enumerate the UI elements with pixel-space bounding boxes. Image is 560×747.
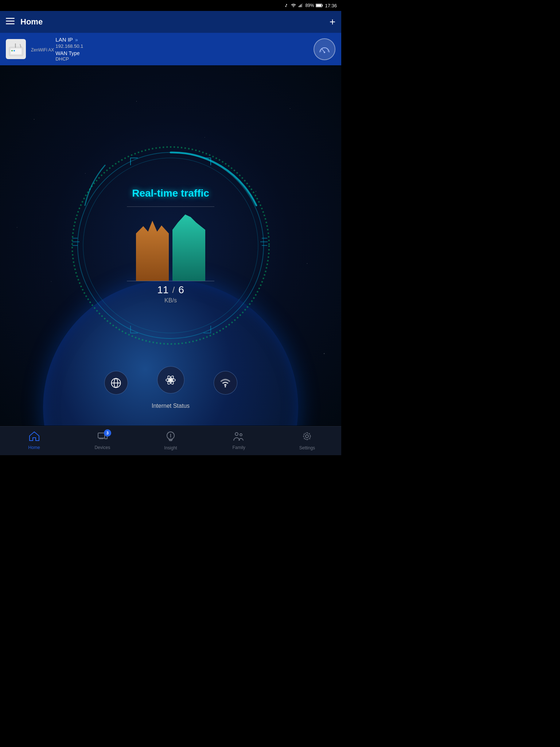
wifi-button[interactable] (214, 371, 237, 395)
hamburger-menu[interactable] (6, 17, 15, 27)
svg-point-17 (324, 51, 325, 53)
main-content: Real-time traffic (0, 65, 341, 426)
wan-type-value: DHCP (55, 56, 310, 62)
nav-item-devices[interactable]: 3 Devices (68, 426, 136, 455)
svg-point-39 (225, 386, 226, 387)
speedtest-button[interactable] (314, 38, 335, 60)
family-label: Family (233, 445, 245, 450)
upload-bar (134, 212, 171, 281)
traffic-unit: KB/s (164, 297, 177, 304)
svg-point-46 (170, 437, 171, 438)
download-bar (171, 212, 207, 281)
svg-rect-2 (301, 4, 302, 7)
status-circles (0, 369, 341, 396)
page-title: Home (20, 17, 330, 27)
svg-rect-5 (322, 5, 323, 6)
svg-point-14 (11, 50, 13, 51)
traffic-divider: / (172, 285, 175, 295)
svg-rect-1 (300, 5, 301, 7)
battery-icon (316, 3, 323, 8)
devices-badge: 3 (104, 429, 111, 437)
lan-ip-chevron: » (75, 37, 78, 43)
svg-marker-31 (172, 214, 205, 281)
nav-item-insight[interactable]: Insight (136, 426, 205, 455)
svg-point-35 (169, 379, 172, 382)
svg-rect-3 (302, 3, 303, 7)
hud-container: Real-time traffic (65, 140, 276, 351)
device-info: LAN IP » 192.168.50.1 WAN Type DHCP (55, 36, 310, 62)
nav-item-settings[interactable]: Settings (273, 426, 341, 455)
devices-label: Devices (94, 445, 110, 450)
home-icon (29, 431, 39, 443)
upload-value: 11 (157, 284, 168, 296)
nav-item-family[interactable]: Family (205, 426, 273, 455)
router-status-button[interactable] (157, 366, 184, 394)
device-name: ZenWiFi AX (31, 47, 54, 53)
add-button[interactable]: + (330, 16, 335, 28)
internet-button[interactable] (104, 371, 128, 395)
bottom-nav: Home 3 Devices Insight (0, 426, 341, 455)
lan-ip-label: LAN IP (55, 36, 73, 43)
device-icon (6, 39, 26, 59)
status-icons: 89% 17:36 (284, 3, 337, 8)
insight-label: Insight (164, 445, 177, 450)
svg-rect-44 (170, 440, 172, 441)
svg-rect-6 (316, 4, 322, 7)
bluetooth-icon (284, 3, 289, 8)
download-value: 6 (178, 284, 184, 296)
settings-label: Settings (299, 445, 315, 450)
home-label: Home (28, 445, 40, 450)
nav-item-home[interactable]: Home (0, 426, 68, 455)
chart-area: Real-time traffic (120, 180, 222, 311)
chart-top-line (127, 206, 214, 207)
time-display: 17:36 (325, 3, 337, 8)
globe-icon (110, 378, 121, 388)
svg-rect-11 (11, 49, 22, 54)
svg-point-15 (13, 50, 15, 51)
svg-rect-8 (6, 21, 15, 22)
status-bar: 89% 17:36 (0, 0, 341, 11)
atom-icon (164, 374, 177, 386)
signal-icon (298, 3, 303, 8)
battery-level: 89% (305, 3, 314, 8)
family-icon (233, 431, 245, 443)
svg-rect-12 (15, 43, 16, 48)
svg-rect-7 (6, 18, 15, 19)
svg-point-48 (240, 434, 242, 436)
wifi-icon (291, 3, 296, 8)
router-image (7, 40, 25, 58)
nav-bar: Home + (0, 11, 341, 33)
traffic-chart (127, 208, 214, 281)
speedometer-icon (318, 44, 331, 54)
traffic-title: Real-time traffic (132, 187, 209, 199)
wifi-status-icon (220, 378, 231, 388)
device-bar: ZenWiFi AX LAN IP » 192.168.50.1 WAN Typ… (0, 33, 341, 65)
traffic-values: 11 / 6 (157, 284, 184, 296)
svg-rect-9 (6, 23, 15, 24)
svg-marker-30 (136, 221, 169, 281)
svg-rect-0 (299, 6, 300, 7)
settings-icon (302, 431, 312, 444)
wan-type-label: WAN Type (55, 50, 310, 56)
svg-point-47 (235, 433, 238, 436)
internet-status-label: Internet Status (152, 403, 190, 409)
ip-address: 192.168.50.1 (55, 43, 310, 49)
svg-point-49 (306, 435, 308, 438)
insight-icon (166, 431, 175, 444)
